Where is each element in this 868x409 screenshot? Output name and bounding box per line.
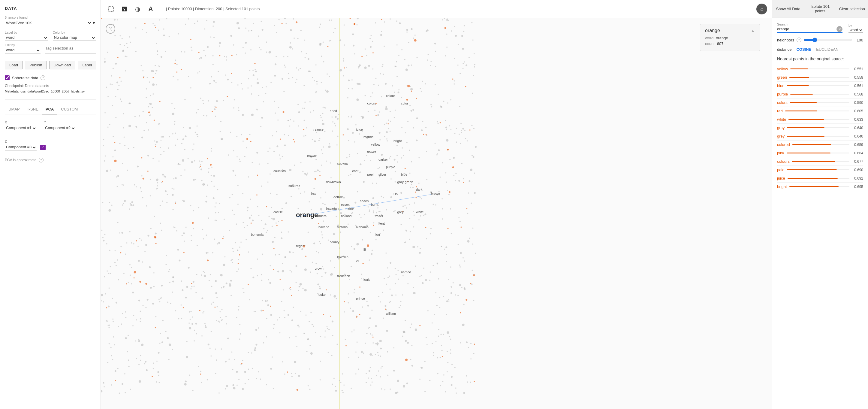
svg-point-47 [343, 76, 344, 77]
svg-point-279 [266, 384, 267, 385]
search-clear-button[interactable]: ✕ [836, 26, 842, 32]
clear-selection-button[interactable]: Clear selection [836, 0, 868, 18]
color-by-select[interactable]: No color map [53, 35, 96, 41]
search-input[interactable] [777, 27, 836, 32]
sphereize-checkbox[interactable] [5, 76, 10, 80]
nearest-word-label[interactable]: grey [777, 134, 784, 139]
svg-point-880 [380, 368, 381, 369]
neighbors-slider[interactable] [804, 37, 852, 42]
nearest-item[interactable]: juice 0.692 [777, 174, 863, 182]
svg-point-796 [189, 312, 190, 313]
nearest-word-label[interactable]: blue [777, 84, 784, 88]
svg-point-469 [261, 117, 263, 119]
svg-point-411 [447, 103, 448, 104]
sphereize-help-icon[interactable]: ? [40, 76, 45, 80]
nearest-word-label[interactable]: purple [777, 92, 788, 96]
svg-point-829 [389, 302, 390, 303]
svg-point-349 [231, 82, 232, 83]
publish-button[interactable]: Publish [25, 61, 47, 69]
svg-point-1227 [426, 151, 427, 152]
svg-point-1175 [141, 239, 142, 240]
by-select[interactable]: word [848, 27, 863, 33]
nearest-item[interactable]: pink 0.664 [777, 149, 863, 157]
tooltip-close-icon[interactable]: ▲ [751, 28, 755, 33]
tab-pca[interactable]: PCA [42, 105, 57, 114]
nearest-word-label[interactable]: green [777, 75, 787, 80]
svg-point-1401 [379, 132, 380, 134]
nearest-item[interactable]: colours 0.677 [777, 157, 863, 166]
scatter-area[interactable]: orangecolorscolourcolordriedsaucejuicema… [101, 18, 772, 409]
svg-point-245 [218, 242, 220, 244]
nearest-item[interactable]: yellow 0.551 [777, 65, 863, 73]
svg-point-1045 [238, 27, 240, 29]
svg-point-1428 [314, 171, 315, 172]
nearest-item[interactable]: white 0.633 [777, 115, 863, 124]
euclidean-option[interactable]: EUCLIDEAN [816, 47, 838, 52]
nearest-word-label[interactable]: bright [777, 184, 787, 189]
scatter-plot[interactable]: orangecolorscolourcolordriedsaucejuicema… [101, 18, 772, 409]
svg-point-1755 [384, 136, 385, 137]
nearest-item[interactable]: purple 0.568 [777, 90, 863, 98]
svg-point-900 [212, 111, 213, 112]
night-mode-icon[interactable]: ◑ [132, 4, 143, 14]
nearest-word-label[interactable]: pale [777, 168, 784, 172]
x-axis-select[interactable]: Component #1 [5, 125, 37, 131]
nearest-word-label[interactable]: colored [777, 142, 790, 147]
svg-point-1527 [415, 192, 416, 193]
cosine-option[interactable]: COSINE [796, 47, 811, 52]
show-all-data-button[interactable]: Show All Data [772, 0, 804, 18]
svg-point-1198 [268, 279, 269, 280]
nearest-item[interactable]: pale 0.690 [777, 166, 863, 174]
nearest-item[interactable]: blue 0.561 [777, 82, 863, 90]
z-axis-select[interactable]: Component #3 [5, 144, 37, 150]
y-axis-select[interactable]: Component #2 [44, 125, 75, 131]
nearest-word-label[interactable]: yellow [777, 67, 788, 71]
neighbors-help-icon[interactable]: ? [797, 37, 801, 42]
load-button[interactable]: Load [5, 61, 23, 69]
nearest-word-label[interactable]: colours [777, 159, 790, 164]
svg-point-1266 [354, 289, 355, 290]
nearest-word-label[interactable]: gray [777, 125, 784, 130]
svg-point-301 [446, 139, 448, 141]
label-button[interactable]: Label [78, 61, 96, 69]
nearest-word-label[interactable]: colors [777, 100, 787, 105]
edit-by-select[interactable]: word [5, 48, 40, 54]
nearest-item[interactable]: grey 0.640 [777, 132, 863, 141]
svg-point-1703 [442, 208, 443, 210]
tensor-select[interactable]: Word2Vec 10K [5, 21, 92, 26]
nearest-item[interactable]: bright 0.695 [777, 182, 863, 191]
nearest-item[interactable]: gray 0.640 [777, 124, 863, 132]
tab-tsne[interactable]: T-SNE [23, 105, 42, 114]
svg-point-260 [404, 204, 405, 206]
svg-point-944 [111, 355, 112, 356]
nearest-word-label[interactable]: juice [777, 176, 785, 180]
label-icon[interactable]: A [145, 4, 156, 14]
nearest-item[interactable]: green 0.558 [777, 73, 863, 82]
nearest-value: 0.659 [852, 143, 863, 147]
label-by-select[interactable]: word [5, 35, 48, 41]
nearest-word-label[interactable]: pink [777, 151, 784, 155]
pca-approx-help-icon[interactable]: ? [39, 158, 43, 163]
svg-point-1112 [269, 147, 271, 149]
nearest-word-label[interactable]: red [777, 109, 783, 113]
svg-point-1688 [350, 388, 352, 389]
svg-point-318 [410, 327, 411, 328]
svg-point-390 [130, 204, 132, 206]
nearest-item[interactable]: red 0.605 [777, 107, 863, 115]
download-button[interactable]: Download [49, 61, 75, 69]
select-box-icon[interactable] [106, 4, 117, 14]
tab-umap[interactable]: UMAP [5, 105, 23, 114]
home-button[interactable]: ⌂ [756, 4, 767, 14]
nearest-word-label[interactable]: white [777, 117, 786, 122]
z-checkbox[interactable] [40, 145, 45, 150]
svg-point-1614 [433, 265, 434, 266]
svg-point-256 [217, 306, 218, 308]
tag-selection-input[interactable] [45, 43, 96, 54]
isolate-points-button[interactable]: Isolate 101 points [804, 0, 836, 18]
svg-point-1757 [455, 35, 457, 37]
tab-custom[interactable]: CUSTOM [57, 105, 81, 114]
nearest-item[interactable]: colors 0.590 [777, 98, 863, 107]
select-lightning-icon[interactable] [119, 4, 130, 14]
nearest-item[interactable]: colored 0.659 [777, 141, 863, 149]
svg-point-575 [401, 97, 402, 98]
